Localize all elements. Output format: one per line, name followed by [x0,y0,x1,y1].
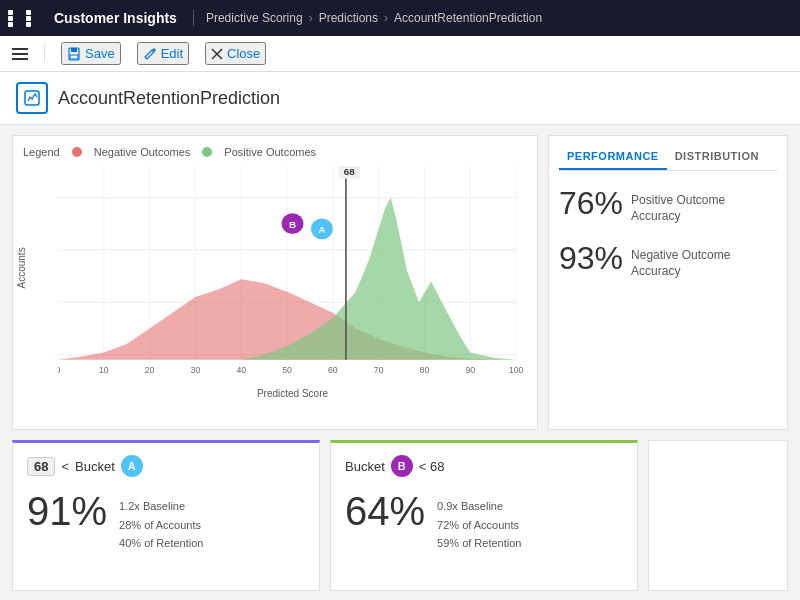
bucket-a-stat1: 1.2x Baseline [119,497,203,516]
bucket-b-body: 64% 0.9x Baseline 72% of Accounts 59% of… [345,491,623,553]
svg-text:20: 20 [145,366,155,376]
bucket-a-stats: 1.2x Baseline 28% of Accounts 40% of Ret… [119,491,203,553]
negative-accuracy-label: Negative OutcomeAccuracy [631,242,730,279]
close-button[interactable]: Close [205,42,266,65]
third-panel [648,440,788,591]
edit-icon [143,47,157,61]
bucket-b-badge: B [391,455,413,477]
svg-text:40: 40 [236,366,246,376]
bucket-b-header: Bucket B < 68 [345,455,623,477]
positive-legend-dot [202,147,212,157]
bucket-b-stat3: 59% of Retention [437,534,521,553]
svg-rect-2 [70,55,78,59]
breadcrumb-sep-2: › [384,11,388,25]
app-grid-icon[interactable] [8,10,42,26]
edit-button[interactable]: Edit [137,42,189,65]
positive-legend-label: Positive Outcomes [224,146,316,158]
y-axis-label: Accounts [16,247,27,288]
hamburger-menu[interactable] [12,48,28,60]
page-icon [16,82,48,114]
chart-legend: Legend Negative Outcomes Positive Outcom… [23,146,527,158]
negative-legend-label: Negative Outcomes [94,146,191,158]
metric-negative: 93% Negative OutcomeAccuracy [559,242,777,279]
svg-text:A: A [318,224,325,235]
toolbar-separator-1 [44,45,45,63]
save-icon [67,47,81,61]
svg-text:100: 100 [509,366,524,376]
performance-panel: PERFORMANCE DISTRIBUTION 76% Positive Ou… [548,135,788,430]
bucket-a-label: Bucket [75,459,115,474]
positive-accuracy-label: Positive OutcomeAccuracy [631,187,725,224]
negative-legend-dot [72,147,82,157]
breadcrumb-item-1[interactable]: Predictive Scoring [206,11,303,25]
svg-rect-1 [71,48,77,52]
bucket-a-stat2: 28% of Accounts [119,516,203,535]
save-label: Save [85,46,115,61]
bucket-b-operator: < 68 [419,459,445,474]
positive-accuracy-pct: 76% [559,187,623,219]
svg-text:10: 10 [99,366,109,376]
breadcrumb-item-2[interactable]: Predictions [319,11,378,25]
edit-label: Edit [161,46,183,61]
svg-text:B: B [289,219,296,230]
chart-area: 600 400 200 68 B [58,166,527,386]
metric-positive: 76% Positive OutcomeAccuracy [559,187,777,224]
bottom-row: 68 < Bucket A 91% 1.2x Baseline 28% of A… [12,440,788,591]
app-title: Customer Insights [54,10,194,26]
page-title: AccountRetentionPrediction [58,88,280,109]
perf-tabs: PERFORMANCE DISTRIBUTION [559,146,777,171]
top-row: Legend Negative Outcomes Positive Outcom… [12,135,788,430]
toolbar: Save Edit Close [0,36,800,72]
top-nav-bar: Customer Insights Predictive Scoring › P… [0,0,800,36]
bucket-a-percentage: 91% [27,491,107,531]
bucket-b-stat1: 0.9x Baseline [437,497,521,516]
svg-text:60: 60 [328,366,338,376]
breadcrumb-item-3[interactable]: AccountRetentionPrediction [394,11,542,25]
negative-accuracy-pct: 93% [559,242,623,274]
chart-svg: 600 400 200 68 B [58,166,527,386]
bucket-a-body: 91% 1.2x Baseline 28% of Accounts 40% of… [27,491,305,553]
bucket-a-score: 68 [27,457,55,476]
chart-panel: Legend Negative Outcomes Positive Outcom… [12,135,538,430]
page-header: AccountRetentionPrediction [0,72,800,125]
x-axis-label: Predicted Score [58,388,527,399]
svg-text:0: 0 [58,366,61,376]
svg-text:50: 50 [282,366,292,376]
chart-wrapper: Accounts [23,166,527,399]
tab-performance[interactable]: PERFORMANCE [559,146,667,170]
close-icon [211,48,223,60]
svg-text:30: 30 [191,366,201,376]
prediction-icon [23,89,41,107]
bucket-a-badge: A [121,455,143,477]
bucket-b-label: Bucket [345,459,385,474]
svg-text:70: 70 [374,366,384,376]
breadcrumb-sep-1: › [309,11,313,25]
svg-text:80: 80 [420,366,430,376]
bucket-a-panel: 68 < Bucket A 91% 1.2x Baseline 28% of A… [12,440,320,591]
legend-label: Legend [23,146,60,158]
bucket-a-operator: < [61,459,69,474]
svg-text:90: 90 [465,366,475,376]
svg-text:68: 68 [344,167,356,178]
tab-distribution[interactable]: DISTRIBUTION [667,146,767,170]
bucket-b-panel: Bucket B < 68 64% 0.9x Baseline 72% of A… [330,440,638,591]
bucket-b-percentage: 64% [345,491,425,531]
bucket-b-stat2: 72% of Accounts [437,516,521,535]
bucket-a-header: 68 < Bucket A [27,455,305,477]
bucket-a-stat3: 40% of Retention [119,534,203,553]
save-button[interactable]: Save [61,42,121,65]
bucket-b-stats: 0.9x Baseline 72% of Accounts 59% of Ret… [437,491,521,553]
main-content: Legend Negative Outcomes Positive Outcom… [0,125,800,600]
close-label: Close [227,46,260,61]
breadcrumb: Predictive Scoring › Predictions › Accou… [206,11,542,25]
